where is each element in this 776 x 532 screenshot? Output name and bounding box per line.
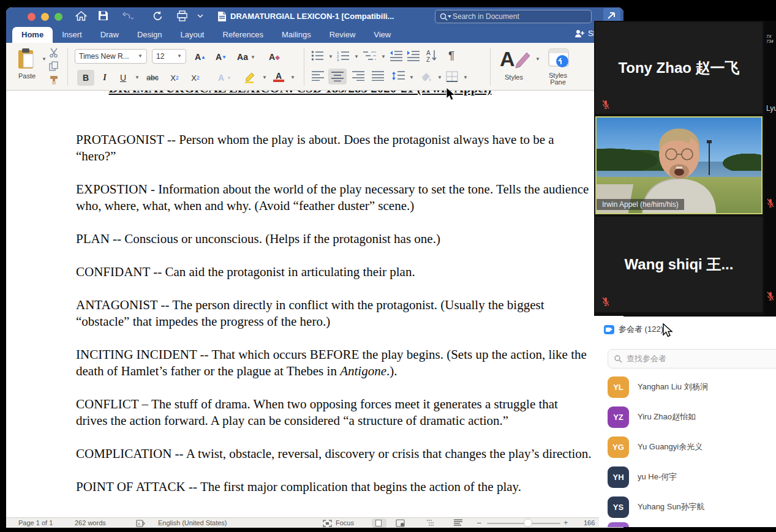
- subscript-button[interactable]: X2: [165, 70, 184, 86]
- minimize-window-button[interactable]: [41, 13, 49, 21]
- video-tile-irwin[interactable]: Irwin Appel (he/him/his): [595, 116, 763, 214]
- grow-font-button[interactable]: A▲: [191, 49, 209, 65]
- clear-formatting-button[interactable]: A◆: [263, 49, 285, 65]
- paste-icon[interactable]: [16, 48, 37, 70]
- shading-caret[interactable]: ▼: [437, 75, 442, 80]
- ribbon-tab-view[interactable]: View: [364, 27, 400, 43]
- partial-tile-text: 7X734: [766, 34, 774, 44]
- ribbon-tab-home[interactable]: Home: [12, 27, 53, 43]
- ribbon-tab-draw[interactable]: Draw: [91, 27, 128, 43]
- font-color-button[interactable]: A: [271, 69, 287, 84]
- align-center-button[interactable]: [328, 69, 347, 84]
- word-count[interactable]: 262 words: [75, 519, 106, 526]
- paste-label[interactable]: Paste: [18, 72, 36, 80]
- cut-icon[interactable]: [49, 48, 59, 58]
- text-effects-button[interactable]: A▼: [216, 70, 234, 86]
- status-bar: Page 1 of 1 262 words x English (United …: [6, 517, 623, 528]
- styles-button[interactable]: A: [500, 48, 532, 71]
- justify-button[interactable]: [371, 71, 385, 81]
- multilevel-list-button[interactable]: [363, 50, 377, 61]
- borders-button[interactable]: [446, 71, 458, 82]
- ribbon-tab-insert[interactable]: Insert: [53, 27, 91, 43]
- font-size-combo[interactable]: 12▼: [152, 49, 186, 64]
- line-spacing-button[interactable]: [392, 70, 405, 82]
- underline-dropdown-caret[interactable]: ▼: [135, 75, 140, 80]
- participant-search-input[interactable]: 查找参会者: [608, 349, 776, 369]
- superscript-button[interactable]: X2: [186, 70, 205, 86]
- ribbon-tab-mailings[interactable]: Mailings: [273, 27, 320, 43]
- zoom-percent[interactable]: 166: [584, 519, 595, 526]
- page-indicator[interactable]: Page 1 of 1: [18, 519, 53, 526]
- participants-header[interactable]: 参会者 (122): [604, 324, 663, 335]
- highlight-dropdown-caret[interactable]: ▼: [262, 75, 267, 80]
- font-color-dropdown-caret[interactable]: ▼: [290, 75, 295, 80]
- svg-text:A: A: [500, 48, 515, 70]
- participant-row[interactable]: YG Yu Guangyi余光义: [608, 436, 773, 458]
- bold-button[interactable]: B: [77, 70, 94, 86]
- print-layout-view-button[interactable]: [372, 519, 386, 528]
- multilevel-list-caret[interactable]: ▼: [381, 54, 386, 59]
- decrease-indent-button[interactable]: [390, 50, 403, 61]
- redo-icon[interactable]: [152, 10, 163, 21]
- zoom-slider-knob[interactable]: [524, 519, 532, 527]
- ribbon-tab-design[interactable]: Design: [128, 27, 171, 43]
- video-tile-wang[interactable]: Wang shiqi 王...: [595, 217, 763, 312]
- home-icon[interactable]: [75, 10, 87, 21]
- participant-row[interactable]: YS Yuhang Sun孙宇航: [608, 496, 773, 518]
- draft-view-button[interactable]: [453, 519, 463, 527]
- participant-name: Yiru Zhao赵怡如: [638, 411, 696, 422]
- participant-row[interactable]: YH yu He-何宇: [608, 466, 773, 488]
- sort-button[interactable]: AZ: [426, 49, 437, 62]
- styles-label[interactable]: Styles: [505, 73, 523, 81]
- align-left-button[interactable]: [311, 71, 325, 81]
- align-right-button[interactable]: [352, 71, 365, 81]
- numbered-list-caret[interactable]: ▼: [354, 54, 359, 59]
- line-spacing-caret[interactable]: ▼: [409, 75, 414, 80]
- word-window: DRAMATURGIAL LEXICON-1 [Compatibili... S…: [6, 7, 623, 528]
- styles-caret[interactable]: ▼: [535, 56, 540, 62]
- search-in-document-input[interactable]: Search in Document: [435, 10, 592, 23]
- toolbar-options-chevron-icon[interactable]: [197, 14, 203, 18]
- spellcheck-icon[interactable]: x: [136, 520, 145, 527]
- strikethrough-button[interactable]: abc: [142, 70, 163, 86]
- print-icon[interactable]: [176, 10, 188, 21]
- participant-row[interactable]: YL Yanghan Liu 刘杨涧: [608, 376, 773, 398]
- bullet-list-caret[interactable]: ▼: [328, 54, 333, 59]
- zoom-in-button[interactable]: +: [563, 518, 568, 527]
- undo-icon[interactable]: [121, 10, 134, 21]
- document-page[interactable]: DRAMATURGICAL LEXICON: CSD 183/283 2020-…: [6, 91, 623, 528]
- participant-row[interactable]: YZ Yiru Zhao赵怡如: [608, 406, 773, 428]
- numbered-list-button[interactable]: 123: [337, 50, 350, 61]
- ribbon-tab-review[interactable]: Review: [320, 27, 365, 43]
- increase-indent-button[interactable]: [407, 50, 420, 61]
- copy-icon[interactable]: [49, 61, 59, 71]
- italic-button[interactable]: I: [97, 70, 113, 86]
- ribbon-tab-references[interactable]: References: [214, 27, 273, 43]
- close-window-button[interactable]: [28, 13, 36, 21]
- font-name-combo[interactable]: Times New R...▼: [75, 49, 147, 64]
- change-case-button[interactable]: Aa▼: [234, 49, 258, 65]
- web-layout-view-button[interactable]: [396, 519, 405, 527]
- shrink-font-button[interactable]: A▼: [212, 49, 230, 65]
- styles-pane-button[interactable]: [546, 48, 571, 70]
- shading-button[interactable]: [420, 71, 432, 82]
- outline-view-button[interactable]: [426, 519, 436, 527]
- format-painter-icon[interactable]: [49, 75, 59, 85]
- styles-pane-label[interactable]: StylesPane: [549, 72, 567, 86]
- video-tile-tony[interactable]: Tony Zhao 赵一飞: [595, 22, 763, 114]
- zoom-out-button[interactable]: −: [477, 518, 481, 528]
- zoom-window-button[interactable]: [55, 13, 62, 21]
- language-indicator[interactable]: English (United States): [158, 519, 227, 526]
- paste-dropdown-caret[interactable]: ▼: [42, 56, 47, 62]
- document-title: DRAMATURGIAL LEXICON-1 [Compatibili...: [230, 12, 394, 21]
- svg-text:3: 3: [337, 58, 339, 61]
- bullet-list-button[interactable]: [311, 50, 325, 61]
- underline-button[interactable]: U: [115, 70, 131, 86]
- show-paragraph-marks-button[interactable]: ¶: [442, 48, 461, 64]
- save-icon[interactable]: [98, 10, 108, 21]
- ribbon-tab-layout[interactable]: Layout: [171, 27, 213, 43]
- search-placeholder: Search in Document: [453, 12, 519, 21]
- highlight-button[interactable]: [244, 71, 257, 83]
- borders-caret[interactable]: ▼: [463, 75, 468, 80]
- focus-toggle[interactable]: Focus: [336, 519, 354, 526]
